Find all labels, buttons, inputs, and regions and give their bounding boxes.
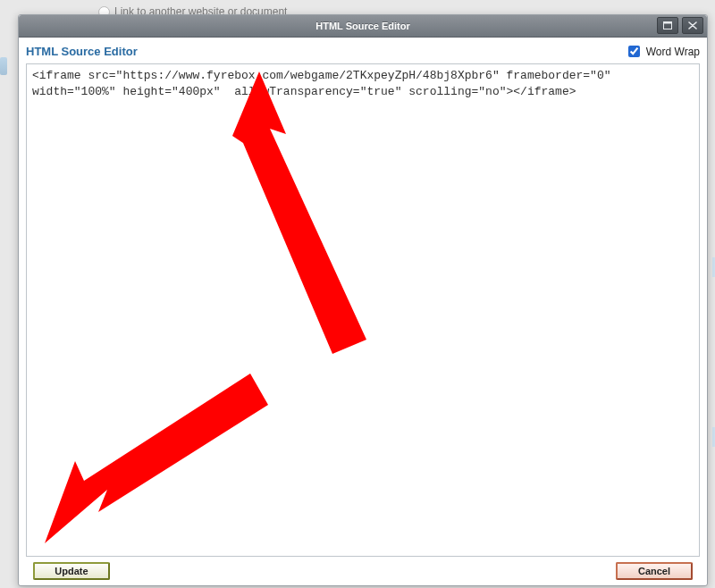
update-button-label: Update	[55, 566, 88, 576]
cancel-button-label: Cancel	[638, 566, 670, 576]
dialog-heading: HTML Source Editor	[26, 45, 138, 58]
close-button[interactable]	[682, 17, 703, 34]
html-source-editor-dialog: HTML Source Editor HTML Source Editor Wo…	[18, 14, 708, 586]
dialog-footer: Update Cancel	[26, 557, 700, 585]
close-icon	[688, 21, 697, 29]
update-button[interactable]: Update	[33, 562, 110, 580]
dialog-header-row: HTML Source Editor Word Wrap	[26, 43, 700, 60]
dialog-title: HTML Source Editor	[315, 21, 410, 31]
maximize-icon	[663, 21, 672, 29]
svg-rect-1	[664, 22, 672, 24]
dialog-titlebar[interactable]: HTML Source Editor	[19, 15, 707, 38]
word-wrap-checkbox[interactable]	[628, 46, 640, 57]
html-source-textarea[interactable]	[26, 63, 700, 557]
cancel-button[interactable]: Cancel	[616, 562, 693, 580]
word-wrap-label: Word Wrap	[646, 46, 700, 58]
maximize-button[interactable]	[657, 17, 678, 34]
word-wrap-toggle[interactable]: Word Wrap	[625, 43, 700, 60]
bg-side-tab	[0, 57, 7, 75]
titlebar-controls	[657, 17, 703, 34]
dialog-body: HTML Source Editor Word Wrap Update Canc…	[19, 38, 707, 585]
